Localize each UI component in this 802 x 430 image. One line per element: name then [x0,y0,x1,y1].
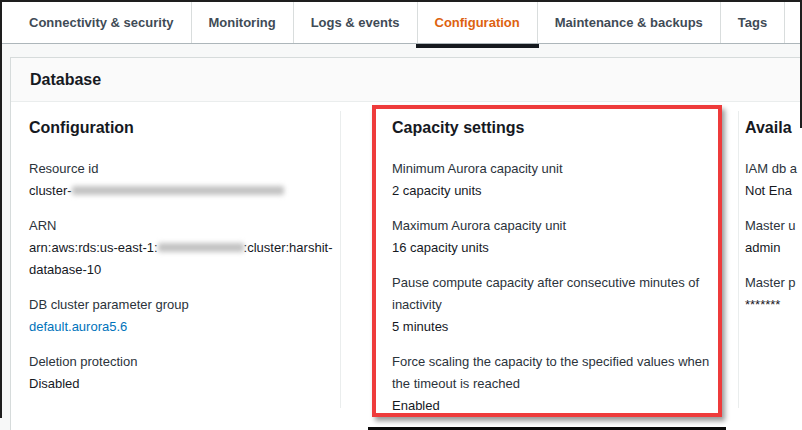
maximum-capacity-value: 16 capacity units [392,237,724,259]
column-divider [738,111,739,408]
force-scaling-label: Force scaling the capacity to the specif… [392,351,724,395]
minimum-capacity-field: Minimum Aurora capacity unit 2 capacity … [392,158,724,202]
resource-id-field: Resource id cluster- [29,158,361,202]
screenshot-border-left [0,0,2,418]
resource-id-prefix: cluster- [29,183,72,198]
deletion-protection-field: Deletion protection Disabled [29,351,361,395]
minimum-capacity-value: 2 capacity units [392,180,724,202]
master-password-label: Master p [745,272,802,294]
tab-bar: Connectivity & security Monitoring Logs … [2,2,800,44]
arn-value: arn:aws:rds:us-east-1::cluster:harshit- … [29,237,361,281]
resource-id-label: Resource id [29,158,361,180]
tab-maintenance-backups[interactable]: Maintenance & backups [538,2,721,43]
screenshot-frame: Connectivity & security Monitoring Logs … [0,0,802,430]
capacity-settings-heading: Capacity settings [392,119,724,137]
redacted-blur [158,243,244,252]
pause-capacity-label: Pause compute capacity after consecutive… [392,272,724,316]
arn-label: ARN [29,215,361,237]
pause-capacity-value: 5 minutes [392,316,724,338]
db-cluster-parameter-group-field: DB cluster parameter group default.auror… [29,294,361,338]
master-username-value: admin [745,237,802,259]
column-divider [340,111,341,408]
arn-prefix: arn:aws:rds:us-east-1: [29,240,158,255]
minimum-capacity-label: Minimum Aurora capacity unit [392,158,724,180]
pause-capacity-field: Pause compute capacity after consecutive… [392,272,724,338]
configuration-column: Configuration Resource id cluster- ARN a… [29,102,361,408]
iam-db-auth-field: IAM db a Not Ena [745,158,802,202]
db-cluster-parameter-group-link[interactable]: default.aurora5.6 [29,319,127,334]
master-password-field: Master p ******* [745,272,802,316]
deletion-protection-value: Disabled [29,373,361,395]
tab-tags[interactable]: Tags [721,2,785,43]
iam-db-auth-value: Not Ena [745,180,802,202]
screenshot-border-top [0,0,802,2]
maximum-capacity-field: Maximum Aurora capacity unit 16 capacity… [392,215,724,259]
force-scaling-value: Enabled [392,395,724,417]
availability-heading: Availa [745,119,802,137]
db-cluster-parameter-group-label: DB cluster parameter group [29,294,361,316]
redacted-blur [72,186,284,195]
iam-db-auth-label: IAM db a [745,158,802,180]
tab-configuration[interactable]: Configuration [418,2,538,43]
master-username-label: Master u [745,215,802,237]
tab-connectivity-security[interactable]: Connectivity & security [12,2,192,43]
tab-monitoring[interactable]: Monitoring [192,2,294,43]
configuration-heading: Configuration [29,119,361,137]
database-card: Database Configuration Resource id clust… [10,57,802,430]
database-card-header: Database [11,58,802,102]
maximum-capacity-label: Maximum Aurora capacity unit [392,215,724,237]
availability-column: Availa IAM db a Not Ena Master u admin M… [745,102,802,329]
resource-id-value: cluster- [29,180,361,202]
card-title: Database [30,71,101,89]
deletion-protection-label: Deletion protection [29,351,361,373]
master-username-field: Master u admin [745,215,802,259]
master-password-value: ******* [745,294,802,316]
tab-logs-events[interactable]: Logs & events [294,2,418,43]
arn-field: ARN arn:aws:rds:us-east-1::cluster:harsh… [29,215,361,281]
force-scaling-field: Force scaling the capacity to the specif… [392,351,724,417]
capacity-settings-column: Capacity settings Minimum Aurora capacit… [392,102,724,430]
database-card-body: Configuration Resource id cluster- ARN a… [11,102,802,430]
